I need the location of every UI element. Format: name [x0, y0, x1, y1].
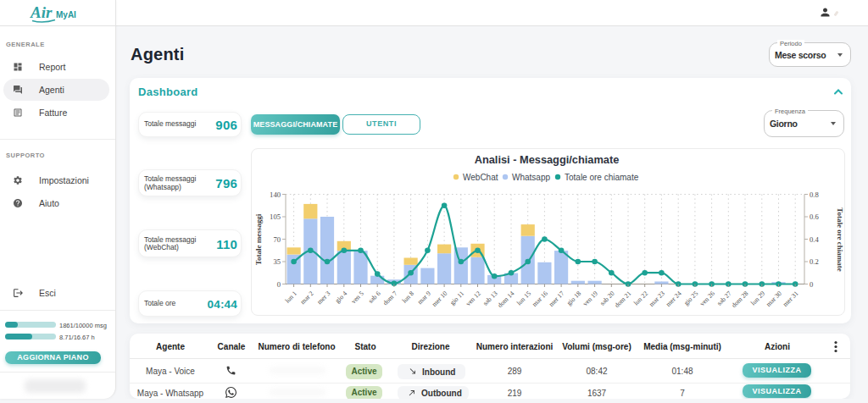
svg-text:0.6: 0.6: [810, 213, 819, 221]
svg-text:mar 30: mar 30: [765, 290, 783, 308]
svg-text:dom 21: dom 21: [613, 290, 632, 309]
svg-text:mer 3: mer 3: [315, 290, 331, 306]
svg-text:0.2: 0.2: [810, 257, 819, 266]
svg-text:140: 140: [270, 190, 281, 199]
svg-text:Totale ore chiamate: Totale ore chiamate: [565, 173, 639, 182]
svg-text:Analisi - Messaggi/chiamate: Analisi - Messaggi/chiamate: [475, 153, 620, 166]
svg-text:Totale ore chiamate: Totale ore chiamate: [836, 207, 844, 272]
svg-text:70: 70: [273, 235, 281, 244]
svg-text:Totale messaggi: Totale messaggi: [254, 213, 263, 265]
svg-text:gio 4: gio 4: [334, 290, 349, 305]
svg-text:ven 5: ven 5: [349, 290, 365, 306]
svg-text:gio 25: gio 25: [682, 290, 699, 306]
svg-text:0: 0: [277, 280, 281, 289]
svg-text:mar 23: mar 23: [648, 290, 666, 308]
svg-text:0.4: 0.4: [810, 235, 819, 244]
svg-text:0.8: 0.8: [810, 190, 819, 199]
svg-text:WebChat: WebChat: [463, 173, 498, 182]
svg-text:lun 1: lun 1: [283, 290, 298, 305]
svg-text:mer 31: mer 31: [782, 290, 800, 308]
svg-text:mer 17: mer 17: [548, 290, 566, 308]
svg-text:105: 105: [270, 213, 281, 221]
svg-text:mar 9: mar 9: [416, 290, 432, 306]
svg-text:lun 8: lun 8: [400, 290, 415, 305]
svg-text:gio 11: gio 11: [448, 290, 465, 306]
svg-text:0: 0: [810, 280, 813, 289]
svg-text:gio 18: gio 18: [565, 290, 582, 306]
svg-text:dom 28: dom 28: [730, 290, 749, 309]
svg-text:35: 35: [273, 257, 281, 266]
svg-text:MyAI: MyAI: [56, 10, 76, 19]
svg-text:ven 12: ven 12: [465, 290, 482, 307]
svg-text:lun 15: lun 15: [515, 290, 532, 306]
svg-text:sab 6: sab 6: [367, 290, 382, 305]
svg-text:mar 2: mar 2: [299, 290, 315, 306]
svg-text:Air: Air: [30, 3, 53, 21]
svg-text:Whatsapp: Whatsapp: [512, 173, 550, 182]
svg-text:ven 19: ven 19: [581, 290, 599, 307]
svg-text:dom 14: dom 14: [496, 290, 515, 309]
svg-text:mer 24: mer 24: [665, 290, 683, 308]
svg-text:ven 26: ven 26: [698, 290, 716, 307]
svg-text:lun 22: lun 22: [632, 290, 649, 306]
svg-text:mer 10: mer 10: [431, 290, 449, 308]
svg-text:dom 7: dom 7: [381, 290, 398, 306]
svg-text:mar 16: mar 16: [531, 290, 549, 308]
svg-text:lun 29: lun 29: [749, 290, 766, 306]
